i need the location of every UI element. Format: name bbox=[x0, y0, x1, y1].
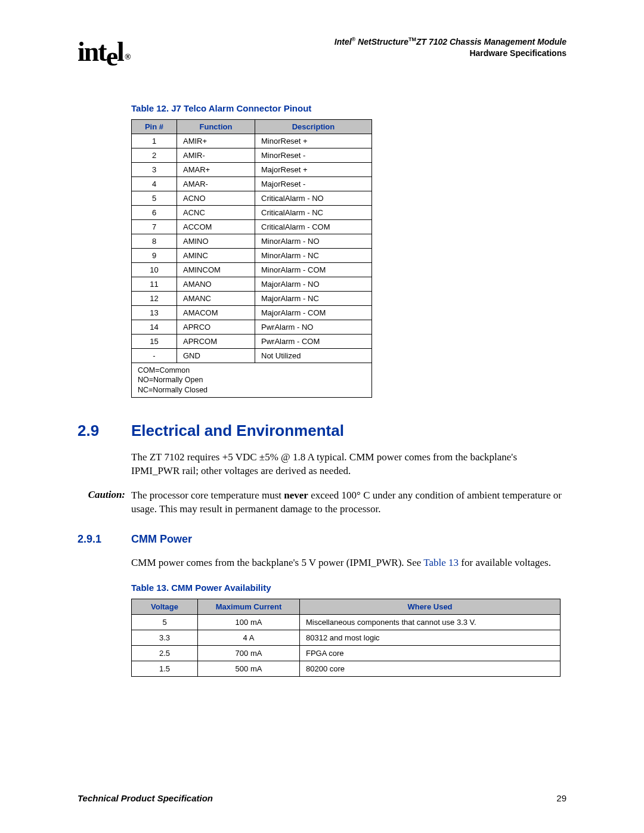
cell-func: AMINCOM bbox=[177, 263, 255, 277]
table12-caption: Table 12. J7 Telco Alarm Connector Pinou… bbox=[131, 103, 566, 113]
sup-tm: TM bbox=[408, 36, 416, 42]
cell-pin: 5 bbox=[132, 191, 177, 206]
cell-pin: 6 bbox=[132, 206, 177, 220]
table-row: 3.34 A80312 and most logic bbox=[132, 630, 561, 646]
caution-text-a: The processor core temperature must bbox=[131, 490, 284, 501]
header-product-a: Intel bbox=[335, 37, 352, 47]
cell-desc: PwrAlarm - COM bbox=[255, 335, 372, 349]
cell-func: AMANC bbox=[177, 292, 255, 306]
section-2-9-1-number: 2.9.1 bbox=[78, 533, 131, 546]
cell-desc: MajorReset + bbox=[255, 163, 372, 177]
cell-desc: Not Utilized bbox=[255, 349, 372, 363]
cell-where: FPGA core bbox=[300, 646, 561, 661]
table-row: 5ACNOCriticalAlarm - NO bbox=[132, 191, 372, 206]
registered-icon: ® bbox=[125, 52, 129, 61]
header-product-b: NetStructure bbox=[355, 37, 408, 47]
cell-func: AMANO bbox=[177, 277, 255, 292]
cell-where: 80312 and most logic bbox=[300, 630, 561, 646]
section-2-9-number: 2.9 bbox=[78, 422, 131, 440]
cell-func: AMINC bbox=[177, 249, 255, 263]
table-row: 1AMIR+MinorReset + bbox=[132, 134, 372, 148]
cell-pin: 4 bbox=[132, 177, 177, 191]
table-row: 12AMANCMajorAlarm - NC bbox=[132, 292, 372, 306]
table-row: 8AMINOMinorAlarm - NO bbox=[132, 234, 372, 249]
cell-desc: MajorAlarm - NC bbox=[255, 292, 372, 306]
table-row: 11AMANOMajorAlarm - NO bbox=[132, 277, 372, 292]
section291-text-b: for available voltages. bbox=[459, 557, 551, 568]
cell-func: AMAR- bbox=[177, 177, 255, 191]
table13-header-curr: Maximum Current bbox=[198, 599, 300, 615]
table-row: 6ACNCCriticalAlarm - NC bbox=[132, 206, 372, 220]
cell-func: ACCOM bbox=[177, 220, 255, 234]
cell-pin: 3 bbox=[132, 163, 177, 177]
cell-func: AMACOM bbox=[177, 306, 255, 320]
cell-func: AMIR- bbox=[177, 148, 255, 163]
cell-desc: PwrAlarm - NO bbox=[255, 320, 372, 335]
section-2-9-body: The ZT 7102 requires +5 VDC ±5% @ 1.8 A … bbox=[131, 451, 566, 478]
cell-pin: 7 bbox=[132, 220, 177, 234]
table-row: 9AMINCMinorAlarm - NC bbox=[132, 249, 372, 263]
section-2-9: 2.9 Electrical and Environmental bbox=[78, 422, 566, 440]
caution-body: The processor core temperature must neve… bbox=[131, 489, 566, 516]
section-2-9-1-title: CMM Power bbox=[131, 533, 192, 546]
cell-func: ACNC bbox=[177, 206, 255, 220]
table-row: 3AMAR+MajorReset + bbox=[132, 163, 372, 177]
cell-pin: - bbox=[132, 349, 177, 363]
table12-legend: COM=CommonNO=Normally OpenNC=Normally Cl… bbox=[132, 363, 372, 398]
table-row: 4AMAR-MajorReset - bbox=[132, 177, 372, 191]
table13-link[interactable]: Table 13 bbox=[423, 557, 459, 568]
section-2-9-title: Electrical and Environmental bbox=[131, 422, 344, 440]
cell-desc: MinorReset + bbox=[255, 134, 372, 148]
header-subtitle: Hardware Specifications bbox=[335, 48, 566, 60]
caution-block: Caution: The processor core temperature … bbox=[78, 489, 566, 516]
cell-curr: 700 mA bbox=[198, 646, 300, 661]
cell-pin: 13 bbox=[132, 306, 177, 320]
table-row: 1.5500 mA80200 core bbox=[132, 661, 561, 677]
table-row: 15APRCOMPwrAlarm - COM bbox=[132, 335, 372, 349]
cell-pin: 10 bbox=[132, 263, 177, 277]
cell-pin: 14 bbox=[132, 320, 177, 335]
table13-header-where: Where Used bbox=[300, 599, 561, 615]
intel-logo: intel® bbox=[78, 36, 128, 67]
cell-desc: MinorAlarm - NC bbox=[255, 249, 372, 263]
cell-func: APRCO bbox=[177, 320, 255, 335]
footer-page-number: 29 bbox=[556, 793, 566, 803]
cell-curr: 100 mA bbox=[198, 615, 300, 630]
section-2-9-1-body: CMM power comes from the backplane's 5 V… bbox=[131, 556, 566, 570]
cell-curr: 500 mA bbox=[198, 661, 300, 677]
cell-func: ACNO bbox=[177, 191, 255, 206]
table-row: 7ACCOMCriticalAlarm - COM bbox=[132, 220, 372, 234]
cell-volt: 1.5 bbox=[132, 661, 198, 677]
table13-caption: Table 13. CMM Power Availability bbox=[131, 583, 566, 593]
caution-label: Caution: bbox=[78, 489, 131, 516]
cell-pin: 1 bbox=[132, 134, 177, 148]
section-2-9-1: 2.9.1 CMM Power bbox=[78, 533, 566, 546]
cell-desc: CriticalAlarm - COM bbox=[255, 220, 372, 234]
cell-volt: 2.5 bbox=[132, 646, 198, 661]
table-row: 2AMIR-MinorReset - bbox=[132, 148, 372, 163]
table12-header-desc: Description bbox=[255, 120, 372, 134]
cell-func: GND bbox=[177, 349, 255, 363]
cell-desc: MinorReset - bbox=[255, 148, 372, 163]
table-row: 5100 mAMiscellaneous components that can… bbox=[132, 615, 561, 630]
page-footer: Technical Product Specification 29 bbox=[78, 793, 566, 803]
header-product-c: ZT 7102 Chassis Management Module bbox=[416, 37, 566, 47]
table-row: 10AMINCOMMinorAlarm - COM bbox=[132, 263, 372, 277]
table-row: 14APRCOPwrAlarm - NO bbox=[132, 320, 372, 335]
table13-header-volt: Voltage bbox=[132, 599, 198, 615]
cell-pin: 12 bbox=[132, 292, 177, 306]
table12: Pin # Function Description 1AMIR+MinorRe… bbox=[131, 119, 372, 398]
cell-pin: 15 bbox=[132, 335, 177, 349]
cell-curr: 4 A bbox=[198, 630, 300, 646]
cell-pin: 2 bbox=[132, 148, 177, 163]
table13: Voltage Maximum Current Where Used 5100 … bbox=[131, 599, 561, 677]
table12-header-pin: Pin # bbox=[132, 120, 177, 134]
table-row: 13AMACOMMajorAlarm - COM bbox=[132, 306, 372, 320]
caution-bold: never bbox=[284, 490, 308, 501]
cell-func: AMIR+ bbox=[177, 134, 255, 148]
cell-pin: 8 bbox=[132, 234, 177, 249]
section291-text-a: CMM power comes from the backplane's 5 V… bbox=[131, 557, 423, 568]
table12-header-func: Function bbox=[177, 120, 255, 134]
footer-left: Technical Product Specification bbox=[78, 793, 213, 803]
cell-where: Miscellaneous components that cannot use… bbox=[300, 615, 561, 630]
